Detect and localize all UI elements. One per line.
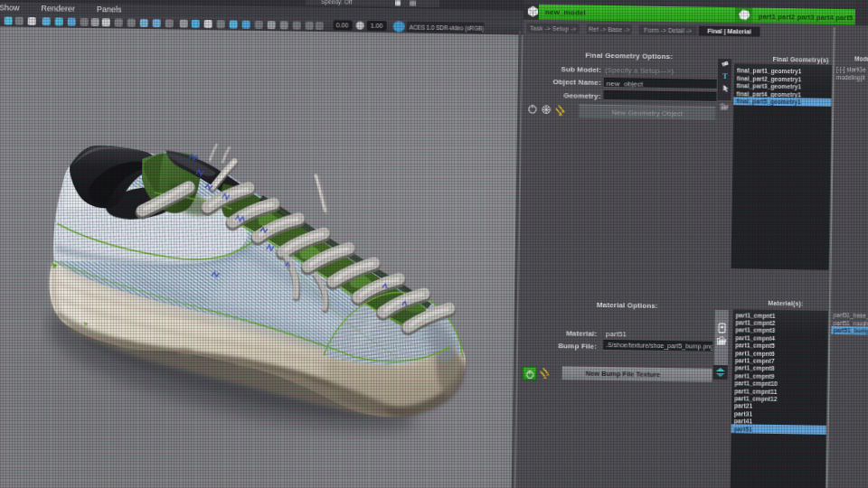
svg-text:T: T — [722, 71, 728, 80]
